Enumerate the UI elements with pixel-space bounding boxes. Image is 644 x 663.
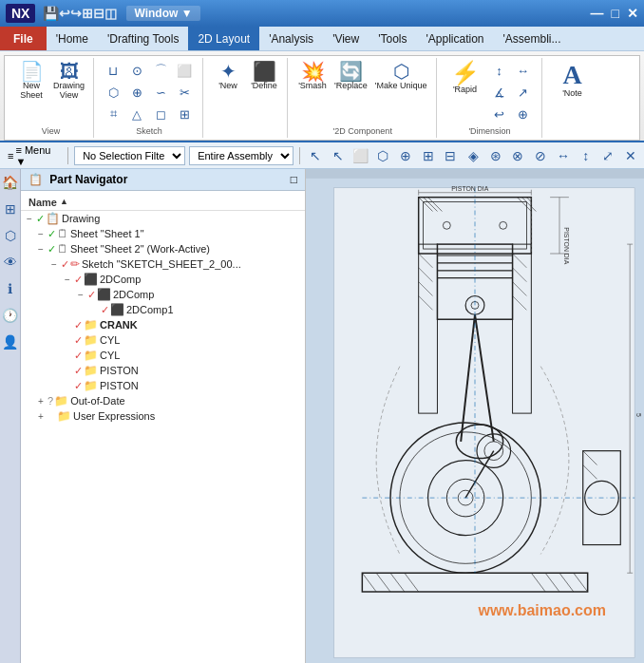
side-icon-layers[interactable]: ⊞ [1, 199, 20, 218]
tree-item-sketch[interactable]: − ✓ ✏ Sketch "SKETCH_SHEET_2_00... [21, 256, 305, 272]
sketch-point[interactable]: ⊕ [125, 82, 148, 103]
sketch-offset[interactable]: △ [125, 104, 148, 124]
expand-piston1[interactable] [61, 366, 74, 376]
toolbar-horiz-btn[interactable]: ↔ [554, 145, 573, 166]
menu-home[interactable]: 'Home [47, 27, 98, 50]
new-sheet-button[interactable]: 📄 NewSheet [14, 60, 48, 103]
icon5[interactable]: ◫ [104, 6, 117, 21]
expand-cyl1[interactable] [61, 335, 74, 346]
side-icon-user[interactable]: 👤 [1, 332, 20, 351]
icon3[interactable]: ⊞ [82, 6, 93, 21]
toolbar-minus-btn[interactable]: ⊟ [441, 145, 460, 166]
toolbar-rect-btn[interactable]: ⬜ [350, 145, 369, 166]
side-icon-history[interactable]: 🕐 [1, 306, 20, 325]
toolbar-hex-btn[interactable]: ⬡ [373, 145, 392, 166]
tree-item-sheet2[interactable]: − ✓ 🗒 Sheet "Sheet 2" (Work-Active) [21, 241, 305, 256]
tree-item-2dcomp-child[interactable]: ✓ ⬛ 2DComp1 [21, 302, 305, 317]
toolbar-x-btn[interactable]: ✕ [621, 145, 640, 166]
icon4[interactable]: ⊟ [93, 6, 104, 21]
canvas-area[interactable]: PISTON DIA [306, 169, 644, 663]
toolbar-select-btn[interactable]: ↖ [329, 145, 348, 166]
dim-linear[interactable]: ↕ [488, 60, 511, 81]
tree-item-piston1[interactable]: ✓ 📁 PISTON [21, 363, 305, 378]
sketch-spline[interactable]: ∽ [149, 82, 172, 103]
menu-view[interactable]: 'View [323, 27, 369, 50]
sketch-arc[interactable]: ⌒ [149, 60, 172, 81]
menu-drafting-tools[interactable]: 'Drafting Tools [98, 27, 188, 50]
toolbar-snap-btn[interactable]: ↖ [306, 145, 325, 166]
dim-diag[interactable]: ↗ [512, 82, 535, 103]
expand-sheet1[interactable]: − [34, 229, 47, 239]
toolbar-grid-btn[interactable]: ⊞ [419, 145, 438, 166]
smash-button[interactable]: 💥 'Smash [295, 60, 330, 93]
toolbar-diamond-btn[interactable]: ◈ [464, 145, 483, 166]
expand-cyl2[interactable] [61, 350, 74, 361]
expand-out-of-date[interactable]: + [34, 396, 47, 407]
tree-item-user-expressions[interactable]: + ✓ 📁 User Expressions [21, 408, 305, 424]
side-icon-info[interactable]: ℹ [1, 279, 20, 298]
menu-button[interactable]: ≡ ≡ Menu ▼ [4, 142, 62, 169]
rapid-button[interactable]: ⚡ 'Rapid [445, 60, 486, 97]
expand-sheet2[interactable]: − [34, 244, 47, 255]
define-button[interactable]: ⬛ 'Define [247, 60, 281, 93]
expand-sketch[interactable]: − [47, 259, 61, 270]
assembly-filter-select[interactable]: Entire Assembly Selection [189, 146, 294, 165]
new-button[interactable]: ✦ 'New [211, 60, 245, 93]
dim-angle[interactable]: ∡ [488, 82, 511, 103]
tree-col-name[interactable]: Name ▲ [21, 195, 305, 211]
sketch-line[interactable]: ⊔ [102, 60, 124, 81]
tree-item-2dcomp1[interactable]: − ✓ ⬛ 2DComp [21, 272, 305, 287]
tree-item-piston2[interactable]: ✓ 📁 PISTON [21, 378, 305, 393]
expand-user-expr[interactable]: + [34, 411, 47, 422]
navigator-close[interactable]: □ [291, 173, 297, 186]
selection-filter-select[interactable]: No Selection Filte Selection Entire Asse… [74, 146, 185, 165]
expand-2dcomp1[interactable]: − [61, 275, 74, 285]
menu-analysis[interactable]: 'Analysis [259, 27, 323, 50]
sketch-extend[interactable]: ⊞ [173, 104, 196, 124]
tree-item-crank[interactable]: ✓ 📁 CRANK [21, 317, 305, 332]
redo-icon[interactable]: ↪ [70, 6, 82, 21]
toolbar-slash-btn[interactable]: ⊘ [531, 145, 550, 166]
note-button[interactable]: A 'Note [552, 60, 594, 101]
dim-arc[interactable]: ↩ [488, 104, 511, 124]
menu-assemblies[interactable]: 'Assembli... [494, 27, 571, 50]
tree-item-2dcomp2[interactable]: − ✓ ⬛ 2DComp [21, 287, 305, 302]
sketch-trim[interactable]: ✂ [173, 82, 196, 103]
toolbar-cross-btn[interactable]: ⊗ [509, 145, 528, 166]
side-icon-home[interactable]: 🏠 [1, 173, 20, 192]
menu-file[interactable]: File [0, 27, 47, 50]
expand-crank[interactable] [61, 320, 74, 331]
tree-item-cyl1[interactable]: ✓ 📁 CYL [21, 332, 305, 348]
minimize-button[interactable]: — [591, 6, 604, 21]
dim-more[interactable]: ⊕ [512, 104, 535, 124]
side-icon-view[interactable]: 👁 [1, 253, 20, 272]
tree-item-cyl2[interactable]: ✓ 📁 CYL [21, 348, 305, 363]
toolbar-diag-btn[interactable]: ⤢ [599, 145, 618, 166]
tree-item-sheet1[interactable]: − ✓ 🗒 Sheet "Sheet 1" [21, 226, 305, 241]
dim-horiz[interactable]: ↔ [512, 60, 535, 81]
sketch-fillet[interactable]: ⌗ [102, 104, 124, 124]
toolbar-plus-btn[interactable]: ⊕ [396, 145, 415, 166]
replace-button[interactable]: 🔄 'Replace [331, 60, 370, 93]
menu-2d-layout[interactable]: 2D Layout [188, 27, 259, 50]
undo-icon[interactable]: ↩ [59, 6, 70, 21]
maximize-button[interactable]: □ [612, 6, 619, 21]
toolbar-star-btn[interactable]: ⊛ [486, 145, 505, 166]
menu-application[interactable]: 'Application [417, 27, 494, 50]
expand-piston2[interactable] [61, 381, 74, 391]
tree-item-out-of-date[interactable]: + ? 📁 Out-of-Date [21, 393, 305, 408]
sketch-circle[interactable]: ⊙ [125, 60, 148, 81]
sketch-poly[interactable]: ⬡ [102, 82, 124, 103]
sketch-mirror[interactable]: ◻ [149, 104, 172, 124]
make-unique-button[interactable]: ⬡ 'Make Unique [372, 60, 430, 93]
expand-drawing[interactable]: − [23, 214, 36, 224]
side-icon-parts[interactable]: ⬡ [1, 226, 20, 245]
expand-2dcomp-child[interactable] [87, 305, 101, 315]
menu-tools[interactable]: 'Tools [369, 27, 416, 50]
window-menu[interactable]: Window ▼ [126, 6, 199, 21]
sketch-rect[interactable]: ⬜ [173, 60, 196, 81]
close-button[interactable]: ✕ [627, 6, 638, 21]
drawing-view-button[interactable]: 🖼 DrawingView [50, 60, 87, 103]
expand-2dcomp2[interactable]: − [74, 290, 87, 300]
toolbar-vert-btn[interactable]: ↕ [577, 145, 596, 166]
